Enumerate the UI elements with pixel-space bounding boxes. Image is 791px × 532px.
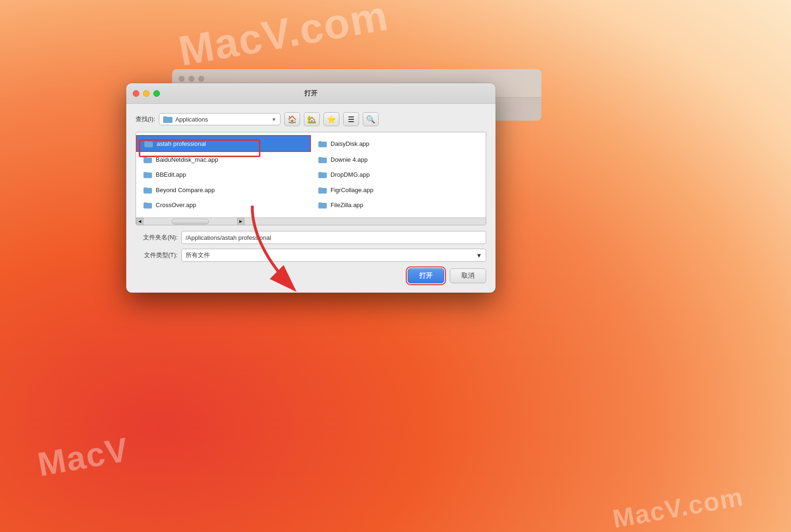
folder-name-row: 文件夹名(N): <box>136 231 486 244</box>
dropdown-arrow-icon: ▼ <box>272 117 276 122</box>
toolbar-icon-3: ⭐ <box>327 115 336 124</box>
folder-icon-baidu <box>144 156 152 163</box>
folder-icon <box>163 115 173 123</box>
dialog-title: 打开 <box>304 89 317 98</box>
location-label: 查找(I): <box>136 115 155 123</box>
folder-icon-daisydisk <box>318 140 327 147</box>
dialog-titlebar: 打开 <box>126 83 496 104</box>
toolbar-icon-2: 🏡 <box>307 115 316 124</box>
file-name-crossover: CrossOver.app <box>156 201 196 208</box>
toolbar-icon-5: 🔍 <box>366 115 375 124</box>
cancel-button[interactable]: 取消 <box>450 268 486 283</box>
file-item-astah[interactable]: astah professional <box>136 135 311 152</box>
file-item-daisydisk[interactable]: DaisyDisk.app <box>311 135 486 152</box>
toolbar-row: 查找(I): Applications ▼ 🏠 🏡 ⭐ ☰ 🔍 <box>136 112 486 126</box>
file-name-figr: FigrCollage.app <box>331 187 374 194</box>
folder-icon-downie <box>318 156 327 163</box>
file-name-downie: Downie 4.app <box>331 156 368 163</box>
toolbar-btn-2[interactable]: 🏡 <box>304 112 320 126</box>
file-name-daisydisk: DaisyDisk.app <box>331 140 369 147</box>
scrollbar-track: ◀ ▶ <box>136 217 486 225</box>
file-item-baidu[interactable]: BaiduNetdisk_mac.app <box>136 152 311 167</box>
file-item-figr[interactable]: FigrCollage.app <box>311 182 486 197</box>
toolbar-icon-4: ☰ <box>348 115 354 124</box>
minimize-button[interactable] <box>143 90 150 97</box>
file-item-filezilla[interactable]: FileZilla.app <box>311 198 486 213</box>
scrollbar-thumb[interactable] <box>172 219 209 224</box>
file-type-value: 所有文件 <box>186 251 210 259</box>
open-button[interactable]: 打开 <box>408 268 444 283</box>
file-name-astah: astah professional <box>157 140 206 147</box>
folder-icon-crossover <box>144 201 152 208</box>
scroll-right-button[interactable]: ▶ <box>237 218 244 225</box>
file-name-dropdmg: DropDMG.app <box>331 171 370 178</box>
bg-dot-2 <box>188 76 194 82</box>
bg-dot-3 <box>198 76 204 82</box>
scroll-left-button[interactable]: ◀ <box>136 218 144 225</box>
dialog-content: 查找(I): Applications ▼ 🏠 🏡 ⭐ ☰ 🔍 <box>126 104 496 293</box>
bg-dot-1 <box>179 76 185 82</box>
folder-icon-astah <box>144 140 153 147</box>
file-item-crossover[interactable]: CrossOver.app <box>136 198 311 213</box>
toolbar-btn-5[interactable]: 🔍 <box>363 112 379 126</box>
file-name-filezilla: FileZilla.app <box>331 201 363 208</box>
open-dialog: 打开 查找(I): Applications ▼ 🏠 🏡 ⭐ ☰ <box>126 83 496 293</box>
file-item-dropdmg[interactable]: DropDMG.app <box>311 167 486 182</box>
file-item-beyond[interactable]: Beyond Compare.app <box>136 182 311 197</box>
folder-icon-beyond <box>144 187 152 194</box>
folder-name-input[interactable] <box>181 231 486 244</box>
file-name-bbedit: BBEdit.app <box>156 171 186 178</box>
file-type-label: 文件类型(T): <box>136 251 178 259</box>
file-browser: astah professional DaisyDisk.app BaiduNe… <box>136 132 486 225</box>
location-dropdown[interactable]: Applications ▼ <box>159 113 280 125</box>
file-type-select[interactable]: 所有文件 ▼ <box>181 249 486 262</box>
file-name-beyond: Beyond Compare.app <box>156 187 215 194</box>
folder-icon-bbedit <box>144 171 152 178</box>
folder-name-label: 文件夹名(N): <box>136 233 178 242</box>
button-row: 打开 取消 <box>136 268 486 283</box>
file-list: astah professional DaisyDisk.app BaiduNe… <box>136 132 486 216</box>
file-type-row: 文件类型(T): 所有文件 ▼ <box>136 249 486 262</box>
file-type-arrow-icon: ▼ <box>476 252 482 259</box>
folder-icon-figr <box>318 187 327 194</box>
location-text: Applications <box>175 116 269 123</box>
toolbar-btn-3[interactable]: ⭐ <box>324 112 339 126</box>
file-item-downie[interactable]: Downie 4.app <box>311 152 486 167</box>
toolbar-icon-1: 🏠 <box>288 115 297 124</box>
file-name-baidu: BaiduNetdisk_mac.app <box>156 156 218 163</box>
toolbar-btn-4[interactable]: ☰ <box>343 112 359 126</box>
maximize-button[interactable] <box>153 90 160 97</box>
folder-icon-dropdmg <box>318 171 327 178</box>
file-item-bbedit[interactable]: BBEdit.app <box>136 167 311 182</box>
traffic-lights <box>133 90 160 97</box>
close-button[interactable] <box>133 90 139 97</box>
folder-icon-filezilla <box>318 201 327 208</box>
toolbar-btn-1[interactable]: 🏠 <box>284 112 300 126</box>
bg-window-traffic-lights <box>179 76 204 82</box>
